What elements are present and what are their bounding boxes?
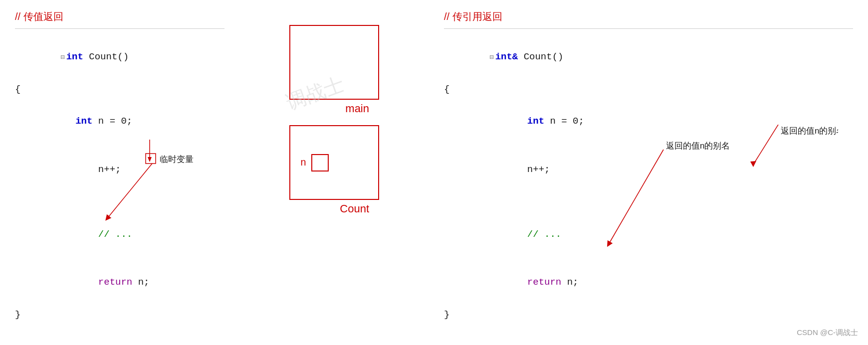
- left-count-func: ⊟int Count() { int n = 0; n++; // ... re…: [15, 33, 224, 323]
- left-panel: // 传值返回 ⊟int Count() { int n = 0; n++; /…: [0, 0, 239, 345]
- watermark: CSDN @C-调战士: [797, 328, 858, 338]
- main-memory-area: main: [289, 25, 379, 115]
- left-count-l6: return n;: [15, 258, 224, 307]
- n-label: n: [300, 157, 306, 169]
- svg-marker-3: [750, 161, 756, 167]
- count-memory-area: n Count: [289, 125, 379, 215]
- right-panel: // 传引用返回 ⊟int& Count() { int n = 0; n++;…: [429, 0, 868, 345]
- page-container: // 传值返回 ⊟int Count() { int n = 0; n++; /…: [0, 0, 868, 345]
- right-count-l4: [444, 194, 853, 210]
- left-count-sig: ⊟int Count(): [15, 33, 224, 81]
- n-value-box: [311, 154, 329, 172]
- right-main-func: ⊟int main() { int ret✎ = Count(); return…: [444, 338, 853, 345]
- left-main-func: ⊟int main() { int ret = Count(); return …: [15, 338, 224, 345]
- right-count-l5: // ...: [444, 210, 853, 258]
- left-count-l7: }: [15, 307, 224, 323]
- left-main-sig: ⊟int main(): [15, 338, 224, 345]
- left-count-l5: // ...: [15, 210, 224, 258]
- spacer2: [444, 323, 853, 338]
- left-count-l4: [15, 194, 224, 210]
- left-title: // 传值返回: [15, 10, 224, 23]
- svg-text:返回的值n的别名: 返回的值n的别名: [781, 126, 838, 136]
- right-main-sig: ⊟int main(): [444, 338, 853, 345]
- return-alias-arrow: 返回的值n的别名: [728, 125, 838, 184]
- temp-var-annotation: [145, 135, 224, 177]
- right-count-l7: }: [444, 307, 853, 323]
- svg-marker-1: [148, 157, 152, 162]
- return-alias-annotation: 返回的值n的别名: [728, 125, 838, 184]
- minus-icon-3: ⊟: [489, 53, 493, 61]
- right-count-l1: {: [444, 81, 853, 97]
- svg-line-2: [753, 125, 778, 165]
- middle-panel: main n Count: [239, 0, 429, 345]
- minus-icon-1: ⊟: [60, 53, 64, 61]
- right-count-l6: return n;: [444, 258, 853, 307]
- right-title: // 传引用返回: [444, 10, 853, 23]
- temp-var-arrow-svg: [145, 135, 224, 174]
- right-count-sig: ⊟int& Count(): [444, 33, 853, 81]
- spacer1: [15, 323, 224, 338]
- left-count-l1: {: [15, 81, 224, 97]
- main-label: main: [289, 102, 379, 115]
- count-label: Count: [289, 202, 379, 215]
- count-memory-box: n: [289, 125, 379, 200]
- main-memory-box: [289, 25, 379, 100]
